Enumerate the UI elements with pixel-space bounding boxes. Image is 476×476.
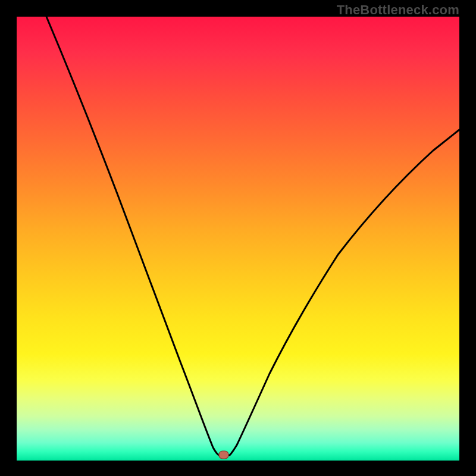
watermark-text: TheBottleneck.com (337, 2, 459, 18)
optimal-marker (219, 451, 228, 459)
bottleneck-curve (46, 17, 459, 455)
chart-frame (17, 17, 459, 461)
curve-plot (17, 17, 459, 461)
